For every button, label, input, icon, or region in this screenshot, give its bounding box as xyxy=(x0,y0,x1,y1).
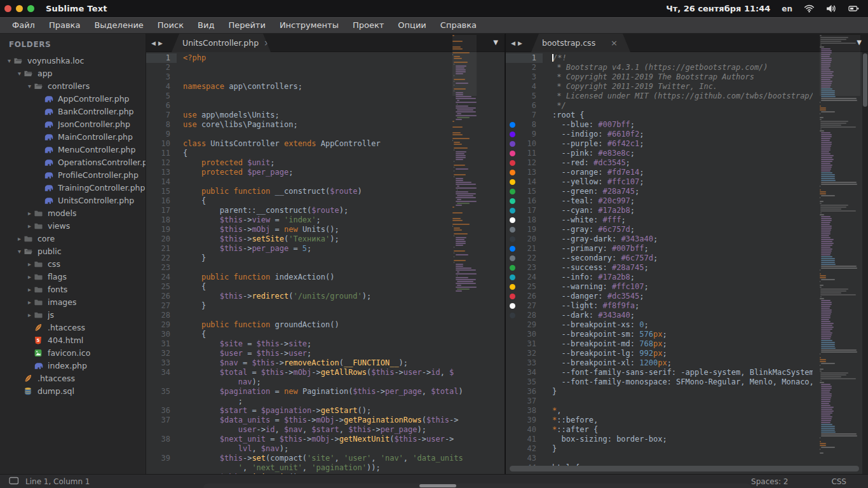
code-line[interactable]: 39*::before, xyxy=(506,416,862,425)
code-line[interactable]: 21 --primary: #007bff; xyxy=(506,244,862,254)
sidebar-folder-controllers[interactable]: ▾controllers xyxy=(0,79,146,92)
sidebar-file--htaccess[interactable]: .htaccess xyxy=(0,372,146,384)
code-line[interactable]: 6 xyxy=(146,101,505,111)
code-line[interactable]: 29 --breakpoint-xs: 0; xyxy=(506,320,862,330)
code-line[interactable]: 4namespace app\controllers; xyxy=(146,82,505,92)
horizontal-scrollbar[interactable] xyxy=(510,466,859,471)
code-line[interactable]: 11{ xyxy=(146,149,505,158)
code-line[interactable]: 9 xyxy=(146,130,505,139)
code-line[interactable]: 12 --red: #dc3545; xyxy=(506,158,862,168)
collapse-arrow-icon[interactable]: ▾ xyxy=(15,248,24,255)
sidebar-folder-voynushka-loc[interactable]: ▾voynushka.loc xyxy=(0,54,146,67)
collapse-arrow-icon[interactable]: ▾ xyxy=(5,57,13,64)
sidebar-folder-app[interactable]: ▾app xyxy=(0,67,146,79)
code-line[interactable]: 24 --info: #17a2b8; xyxy=(506,273,862,282)
tab-list-dropdown-icon[interactable]: ▼ xyxy=(493,39,498,46)
sidebar-file-trainingcontroller-php[interactable]: TrainingController.php xyxy=(0,181,146,194)
code-line[interactable]: 1<?php xyxy=(146,53,505,63)
code-line[interactable]: 20 $this->setSite('Техника'); xyxy=(146,234,505,244)
code-line[interactable]: 14 --yellow: #ffc107; xyxy=(506,177,862,187)
code-line[interactable]: 2 * Bootstrap v4.3.1 (https://getbootstr… xyxy=(506,63,862,72)
tab-close-icon[interactable]: × xyxy=(264,38,271,48)
sidebar-file-dump-sql[interactable]: dump.sql xyxy=(0,384,146,397)
vertical-scrollbar[interactable] xyxy=(862,52,868,474)
layout-icon[interactable] xyxy=(9,477,19,487)
code-line[interactable]: 13 protected $per_page; xyxy=(146,168,505,177)
sidebar-file-appcontroller-php[interactable]: AppController.php xyxy=(0,92,146,105)
code-line[interactable]: 11 --pink: #e83e8c; xyxy=(506,149,862,158)
code-line[interactable]: 31 --breakpoint-md: 768px; xyxy=(506,339,862,349)
code-line[interactable]: 2 xyxy=(146,63,505,72)
code-line[interactable]: 41 box-sizing: border-box; xyxy=(506,435,862,444)
tab-history-forward-icon[interactable]: ▶ xyxy=(158,40,163,46)
menu-item[interactable]: Справка xyxy=(433,18,484,33)
code-line[interactable]: 38*, xyxy=(506,406,862,416)
code-line[interactable]: user->id, $nav, $start, $this->per_page)… xyxy=(146,425,505,435)
code-line[interactable]: nav); xyxy=(146,377,505,387)
right-code-editor[interactable]: 1/*!2 * Bootstrap v4.3.1 (https://getboo… xyxy=(506,52,862,474)
sidebar-folder-images[interactable]: ▸images xyxy=(0,295,146,308)
expand-arrow-icon[interactable]: ▸ xyxy=(15,235,24,242)
sidebar-file-maincontroller-php[interactable]: MainController.php xyxy=(0,130,146,143)
battery-icon[interactable] xyxy=(848,4,859,13)
sidebar-file-profilecontroller-php[interactable]: ProfileController.php xyxy=(0,168,146,181)
right-minimap[interactable] xyxy=(820,35,860,454)
menu-item[interactable]: Перейти xyxy=(221,18,273,33)
code-line[interactable]: 14 xyxy=(146,177,505,187)
code-line[interactable]: 33 --breakpoint-xl: 1200px; xyxy=(506,358,862,368)
code-line[interactable]: 8use core\libs\Pagination; xyxy=(146,120,505,130)
code-line[interactable]: 40*::after { xyxy=(506,425,862,435)
close-window-button[interactable] xyxy=(4,5,11,12)
code-line[interactable]: 23 xyxy=(146,263,505,273)
code-line[interactable]: 17 --cyan: #17a2b8; xyxy=(506,206,862,215)
sidebar-folder-flags[interactable]: ▸flags xyxy=(0,270,146,283)
left-code-editor[interactable]: 1<?php234namespace app\controllers;567us… xyxy=(146,52,505,474)
sidebar-file-favicon-ico[interactable]: favicon.ico xyxy=(0,346,146,359)
sidebar-folder-core[interactable]: ▸core xyxy=(0,232,146,245)
sidebar-folder-fonts[interactable]: ▸fonts xyxy=(0,283,146,295)
expand-arrow-icon[interactable]: ▸ xyxy=(25,299,34,306)
code-line[interactable]: 30 --breakpoint-sm: 576px; xyxy=(506,330,862,339)
code-line[interactable]: 26 --danger: #dc3545; xyxy=(506,292,862,301)
menu-item[interactable]: Выделение xyxy=(87,18,150,33)
code-line[interactable]: 42} xyxy=(506,444,862,454)
sidebar-file-menucontroller-php[interactable]: MenuController.php xyxy=(0,143,146,156)
code-line[interactable]: 28 xyxy=(146,311,505,320)
vertical-scrollbar-thumb[interactable] xyxy=(863,53,867,107)
code-line[interactable]: 10 --purple: #6f42c1; xyxy=(506,139,862,149)
menu-item[interactable]: Вид xyxy=(191,18,221,33)
sidebar-folder-js[interactable]: ▸js xyxy=(0,308,146,321)
code-line[interactable]: 27 } xyxy=(146,301,505,311)
code-line[interactable]: 15 --green: #28a745; xyxy=(506,187,862,196)
code-line[interactable]: 3 xyxy=(146,72,505,82)
tab-history-forward-icon[interactable]: ▶ xyxy=(518,40,522,46)
code-line[interactable]: 22 --secondary: #6c757d; xyxy=(506,254,862,263)
code-line[interactable]: 38 $next_unit = $this->mObj->getNextUnit… xyxy=(146,435,505,444)
left-minimap[interactable] xyxy=(452,35,477,454)
wifi-icon[interactable] xyxy=(804,4,815,13)
menu-item[interactable]: Инструменты xyxy=(273,18,346,33)
code-line[interactable]: 24 public function indexAction() xyxy=(146,273,505,282)
sidebar-file-jsoncontroller-php[interactable]: JsonController.php xyxy=(0,118,146,130)
code-line[interactable]: 27 --light: #f8f9fa; xyxy=(506,301,862,311)
code-line[interactable]: 21 $this->per_page = 5; xyxy=(146,244,505,254)
expand-arrow-icon[interactable]: ▸ xyxy=(25,273,34,280)
sidebar-file-unitscontroller-php[interactable]: UnitsController.php xyxy=(0,194,146,207)
sidebar-file-index-php[interactable]: index.php xyxy=(0,359,146,372)
code-line[interactable]: ', 'next_unit', 'pagination')); xyxy=(146,463,505,473)
code-line[interactable]: 36 $start = $pagination->getStart(); xyxy=(146,406,505,416)
code-line[interactable]: 36} xyxy=(506,387,862,396)
menu-item[interactable]: Поиск xyxy=(151,18,191,33)
code-line[interactable]: 15 public function __construct($route) xyxy=(146,187,505,196)
code-line[interactable]: 28 --dark: #343a40; xyxy=(506,311,862,320)
code-line[interactable]: 25 { xyxy=(146,282,505,292)
code-line[interactable]: 37 $data_units = $this->mObj->getPaginat… xyxy=(146,416,505,425)
code-line[interactable]: 25 --warning: #ffc107; xyxy=(506,282,862,292)
code-line[interactable]: 5 * Licensed under MIT (https://github.c… xyxy=(506,92,862,101)
maximize-window-button[interactable] xyxy=(27,5,34,12)
code-line[interactable]: 7:root { xyxy=(506,111,862,120)
code-line[interactable]: 1/*! xyxy=(506,53,862,63)
code-line[interactable]: 19 $this->mObj = new Units(); xyxy=(146,225,505,234)
minimize-window-button[interactable] xyxy=(16,5,23,12)
code-line[interactable]: 35 --font-family-monospace: SFMono-Regul… xyxy=(506,377,862,387)
